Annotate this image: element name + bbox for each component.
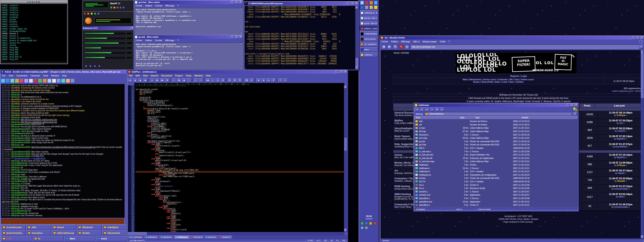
close-icon[interactable]: ×	[640, 36, 644, 39]
code-line[interactable]: }else	[136, 132, 344, 134]
lastpost-user-link[interactable]: Ω Hiryuu	[617, 164, 625, 166]
mixer-button-green[interactable]	[94, 13, 96, 15]
find-in-files-icon[interactable]: ⌂	[150, 78, 154, 82]
playlist-item[interactable]: 14652. Sonata Pre	[2, 42, 66, 44]
code-line[interactable]	[136, 114, 344, 116]
column-header-taille[interactable]: Taille	[458, 116, 474, 119]
maximize-icon[interactable]: □	[235, 1, 238, 4]
scroll-down-icon[interactable]: ▼	[344, 229, 347, 232]
enhancer-slider[interactable]	[84, 38, 125, 39]
menu-marque-pages[interactable]: Marque-pages	[422, 40, 437, 43]
file-row-in-mid-wav-map[interactable]: in_mid-wav.map7 KoLinker Address Map2007…	[414, 160, 578, 163]
code-line[interactable]: chan->RPNl[chan->ctrl[100]]=par2;	[136, 176, 344, 177]
enhancer-window[interactable]	[82, 30, 134, 70]
home-icon[interactable]: ⌂	[404, 44, 409, 49]
print-icon[interactable]: ⎙	[155, 78, 160, 82]
menu-edition[interactable]: Edition	[145, 39, 152, 42]
code-line[interactable]: case 0x09:	[136, 148, 344, 150]
enhancer-slider[interactable]	[84, 52, 125, 54]
save-all-icon[interactable]: ▩	[143, 78, 148, 82]
menu-document[interactable]: Document	[161, 74, 172, 77]
editor-hscrollbar[interactable]	[128, 232, 344, 235]
code-line[interactable]: break;	[136, 192, 344, 194]
irc-toolbar-icon-5[interactable]	[24, 79, 28, 83]
menu-format[interactable]: Format	[155, 5, 162, 7]
editor-code-lines[interactable]: /***************************************…	[135, 85, 344, 232]
editor-titlebar[interactable]: E EditPlus - [miditowav.c] _❐×	[127, 70, 348, 74]
code-line[interactable]: while(tracks[i].delay==0 && tracks[i].si…	[136, 108, 344, 110]
scroll-grip[interactable]	[240, 8, 242, 10]
irc-tab--starlightro[interactable]: #starlightro	[102, 225, 127, 230]
minimize-icon[interactable]: _	[347, 2, 350, 5]
scroll-up-icon[interactable]: ▲	[356, 6, 358, 9]
spell-check-icon[interactable]: ab	[160, 78, 164, 82]
menu-tools[interactable]: Tools	[186, 74, 192, 77]
minimize-icon[interactable]: _	[231, 1, 234, 4]
menu-format[interactable]: Format	[155, 39, 162, 42]
enhancer-slider[interactable]	[84, 33, 125, 35]
play-button[interactable]	[110, 7, 112, 9]
file-row-dll-map[interactable]: dll.map67 KoLinker Address Map2007-11-30…	[414, 130, 578, 133]
file-row-dosound-c[interactable]: dosound.c5 KoC Source2007-11-30 02:16	[414, 133, 578, 136]
winamp-icon[interactable]	[374, 6, 378, 9]
doc-list-icon[interactable]: ≣	[256, 78, 261, 82]
column-header-type[interactable]: Type	[474, 116, 520, 119]
code-line[interactable]: if(x>=0xF0){	[136, 121, 344, 123]
scroll-up-icon[interactable]: ▲	[641, 50, 644, 53]
mixer-button-blue[interactable]	[98, 13, 100, 15]
code-line[interactable]: channel *chan;	[136, 110, 344, 111]
playlist-item[interactable]: 14658. Song 016 v2	[2, 56, 66, 58]
antivirus-tray-icon[interactable]	[373, 222, 376, 225]
code-line[interactable]: chan->pbend=par2*128+par1;	[136, 190, 344, 192]
cut-icon[interactable]: ✂	[172, 78, 176, 82]
code-line[interactable]: addact(tracks[i].ch,par1,par2,0);	[136, 160, 344, 161]
url-dropdown-icon[interactable]: ▾	[640, 45, 643, 48]
irc-toolbar-icon-4[interactable]	[20, 79, 24, 83]
irc-toolbar-icon-15[interactable]	[71, 79, 75, 83]
playlist-item[interactable]: 14637. son2metr	[2, 7, 66, 9]
irc-tab--knuck[interactable]: #knuck	[52, 225, 76, 230]
lastpost-user-link[interactable]: Xkeeper	[617, 180, 625, 182]
close-icon[interactable]: ×	[355, 2, 358, 5]
menu-view[interactable]: View	[9, 74, 14, 77]
close-icon[interactable]: ×	[239, 35, 242, 39]
playlist-item[interactable]: 14638. son2oil2	[2, 9, 66, 12]
doc-tab-icon[interactable]: ⊞	[262, 78, 266, 82]
close-icon[interactable]: ×	[239, 1, 242, 4]
file-row-go-bat[interactable]: go.bat1 KoFichier de commande MS-DOS2007…	[414, 140, 578, 143]
irc-tab--ToS[interactable]: #ToS	[1, 236, 32, 241]
playlist-item[interactable]: 14647. SonAdvWnhlV1Ztp	[2, 30, 66, 33]
copy-icon[interactable]: ⧉	[177, 78, 181, 82]
scroll-up-icon[interactable]: ▲	[344, 85, 347, 88]
url-field[interactable]: http://jul.rustedlogic.net/	[410, 45, 638, 49]
register-link[interactable]: Register | Login	[510, 75, 527, 77]
code-line[interactable]: if((tracks[i].cmd>>5)!=6)	[136, 136, 344, 137]
code-line[interactable]: break;	[136, 177, 344, 179]
menu--[interactable]: ?	[177, 5, 178, 7]
volume-tray-icon[interactable]	[361, 222, 364, 225]
lastpost-user-link[interactable]: neotransotaku	[614, 206, 628, 208]
enhancer-button[interactable]	[98, 65, 100, 67]
playlist-item[interactable]: 14641. son3angl	[2, 16, 66, 19]
playlist-item[interactable]: 14642. Son3d1	[2, 19, 66, 21]
irc-tab--Shukumei[interactable]: #Shukumei	[77, 225, 102, 230]
minimize-icon[interactable]: _	[632, 36, 636, 39]
explorer-icon[interactable]	[370, 6, 373, 9]
enhancer-button[interactable]	[85, 65, 87, 67]
lastpost-user-link[interactable]: Tyty210	[618, 130, 625, 132]
irc-toolbar-icon-12[interactable]	[57, 79, 61, 83]
irc-tab-knuck[interactable]: knuck	[96, 236, 127, 241]
code-line[interactable]: if(tracks[i].delay<0){	[136, 102, 344, 103]
document-tab-dosound-c[interactable]: dosound.c	[205, 235, 218, 239]
display-tray-icon[interactable]	[365, 222, 368, 225]
menu-view[interactable]: View	[143, 74, 148, 77]
enhancer-slider[interactable]	[84, 57, 125, 59]
taskbar-button-Jul-Mozilla-Fir-[interactable]: Jul - Mozilla Fir...	[360, 42, 378, 47]
menu-project[interactable]: Project	[175, 74, 182, 77]
file-row-in-mid-wav-def[interactable]: in_mid-wav.def1 KoExport Definition File…	[414, 153, 578, 157]
irc-window[interactable]: K Klient - Acmlm on midori.kafuka.org:66…	[0, 70, 128, 242]
code-line[interactable]	[136, 95, 344, 97]
html-doc-icon[interactable]: H	[165, 78, 170, 82]
taskbar-button-go2-bat-Bloc-n-[interactable]: go2.bat - Bloc-n...	[360, 16, 378, 20]
playlist-item[interactable]: 14650. Sonata of Awakening	[2, 37, 66, 40]
